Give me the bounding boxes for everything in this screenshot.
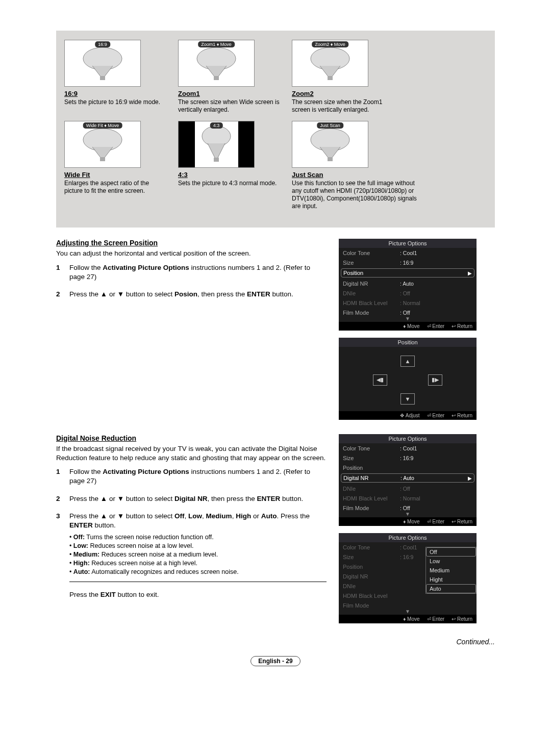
svg-rect-1 bbox=[100, 76, 105, 80]
osd-picture-options-position: Picture Options Color Tone: Cool1 Size: … bbox=[339, 239, 477, 331]
svg-rect-7 bbox=[100, 157, 105, 161]
size-cell-zoom1: Zoom1 ♦ Move Zoom1 The screen size when … bbox=[178, 40, 283, 114]
size-cell-4-3: 4:3 4:3 Sets the picture to 4:3 normal m… bbox=[178, 121, 283, 210]
section-adjust-position: Adjusting the Screen Position You can ad… bbox=[56, 239, 327, 420]
svg-rect-11 bbox=[328, 157, 333, 161]
arrow-up-icon: ▲ bbox=[400, 356, 415, 367]
svg-rect-9 bbox=[214, 158, 219, 162]
size-cell-16-9: 16:9 16:9 Sets the picture to 16:9 wide … bbox=[64, 40, 169, 114]
osd-picture-options-submenu: Picture Options Color Tone: Cool1 Size: … bbox=[339, 533, 477, 623]
svg-rect-5 bbox=[328, 76, 333, 80]
size-cell-widefit: Wide Fit ♦ Move Wide Fit Enlarges the as… bbox=[64, 121, 169, 210]
osd-position-adjust: Position ▲ ◀▮▮▶ ▼ ✥ Adjust⏎ Enter↩ Retur… bbox=[339, 338, 477, 420]
arrow-left-icon: ◀▮ bbox=[373, 374, 387, 386]
arrow-down-icon: ▼ bbox=[400, 393, 415, 405]
picture-size-grid: 16:9 16:9 Sets the picture to 16:9 wide … bbox=[56, 31, 495, 228]
page-footer: English - 29 bbox=[56, 656, 495, 666]
digital-nr-submenu: Off Low Medium Hight Auto bbox=[425, 547, 477, 594]
size-cell-zoom2: Zoom2 ♦ Move Zoom2 The screen size when … bbox=[292, 40, 396, 114]
size-cell-justscan: Just Scan Just Scan Use this function to… bbox=[292, 121, 424, 210]
section-digital-nr: Digital Noise Reduction If the broadcast… bbox=[56, 434, 327, 623]
osd-picture-options-digitalnr: Picture Options Color Tone: Cool1 Size: … bbox=[339, 434, 477, 526]
svg-rect-3 bbox=[214, 76, 219, 80]
continued-label: Continued... bbox=[56, 638, 495, 646]
arrow-right-icon: ▮▶ bbox=[428, 374, 442, 386]
